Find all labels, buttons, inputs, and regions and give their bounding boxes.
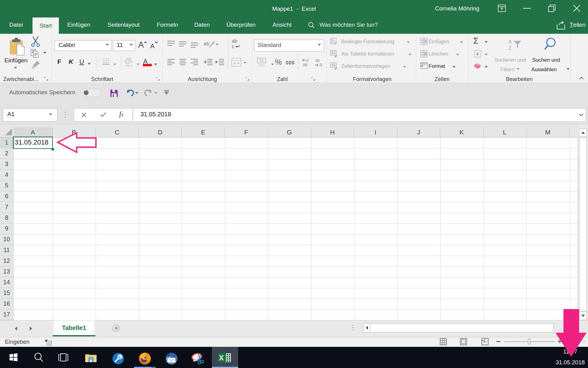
svg-text:0: 0 [306, 59, 308, 63]
svg-text:ab: ab [232, 38, 237, 44]
svg-text:A: A [508, 39, 512, 45]
svg-text:00: 00 [315, 59, 320, 63]
svg-text:,0: ,0 [319, 63, 322, 67]
svg-text:Z: Z [508, 45, 511, 51]
svg-text:c: c [232, 44, 234, 49]
svg-text:X: X [219, 354, 224, 362]
svg-text:≠: ≠ [334, 41, 336, 45]
svg-text:ab: ab [204, 41, 209, 47]
svg-text:,00: ,00 [302, 63, 307, 67]
